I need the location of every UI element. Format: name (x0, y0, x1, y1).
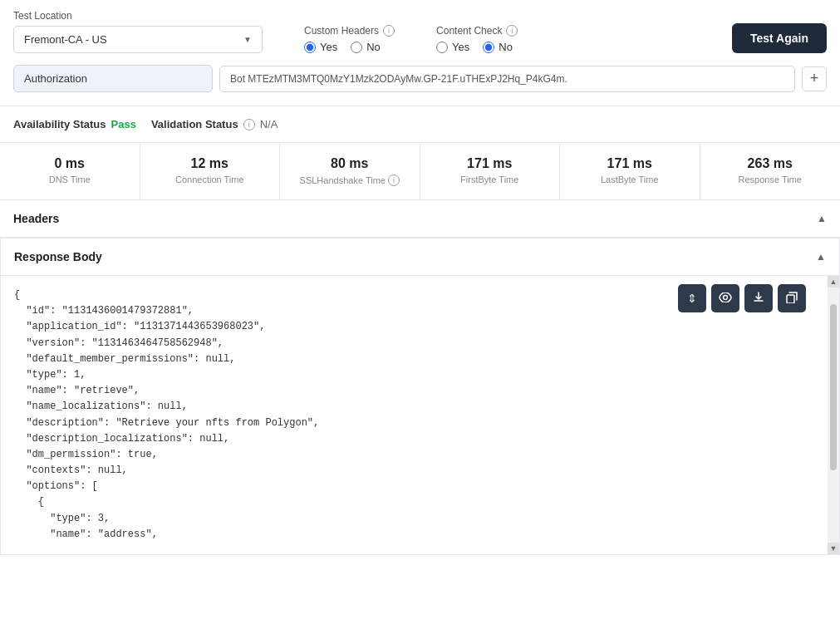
content-check-yes-option[interactable]: Yes (436, 41, 469, 53)
metric-label: LastByte Time (567, 174, 693, 184)
test-location-label: Test Location (13, 10, 263, 22)
metric-value: 80 ms (287, 156, 413, 171)
metric-label: Response Time (707, 174, 834, 184)
code-content: { "id": "1131436001479372881", "applicat… (1, 276, 839, 554)
download-button[interactable] (744, 284, 773, 312)
metric-item: 12 msConnection Time (140, 143, 281, 199)
response-body-content: ⇕ (1, 276, 839, 554)
content-check-no-option[interactable]: No (483, 41, 513, 53)
headers-chevron-icon: ▲ (817, 213, 827, 224)
headers-title: Headers (13, 212, 59, 225)
download-icon (753, 292, 764, 306)
response-body-section: Response Body ▲ ⇕ (0, 238, 840, 555)
metric-label: FirstByte Time (427, 174, 553, 184)
custom-headers-options: Yes No (304, 41, 395, 53)
scroll-up-arrow[interactable]: ▲ (828, 276, 839, 288)
add-header-button[interactable]: + (802, 66, 827, 91)
metric-info-icon[interactable]: i (388, 174, 400, 186)
header-value-input[interactable] (219, 66, 795, 92)
custom-headers-yes-radio[interactable] (304, 42, 316, 53)
metric-value: 171 ms (427, 156, 553, 171)
scrollbar-thumb[interactable] (830, 304, 837, 470)
header-row: + (13, 65, 827, 92)
validation-label: Validation Status (151, 118, 238, 130)
custom-headers-no-option[interactable]: No (351, 41, 381, 53)
custom-headers-yes-option[interactable]: Yes (304, 41, 337, 53)
location-select[interactable]: Fremont-CA - US ▼ (13, 26, 263, 53)
metric-label: DNS Time (7, 174, 133, 184)
content-check-group: Content Check i Yes No (436, 25, 518, 53)
metric-item: 171 msFirstByte Time (420, 143, 561, 199)
location-value: Fremont-CA - US (24, 33, 107, 46)
response-body-tools: ⇕ (678, 284, 806, 312)
metric-item: 80 msSSLHandshake Timei (280, 143, 420, 199)
custom-headers-label: Custom Headers i (304, 25, 395, 37)
custom-headers-no-radio[interactable] (351, 42, 362, 53)
status-bar: Availability Status Pass Validation Stat… (0, 106, 840, 143)
header-key-input[interactable] (13, 65, 213, 92)
content-check-options: Yes No (436, 41, 518, 53)
content-check-info-icon[interactable]: i (506, 25, 518, 37)
copy-icon (786, 292, 798, 306)
response-body-title: Response Body (14, 250, 102, 263)
availability-label: Availability Status (13, 118, 106, 130)
na-badge: N/A (260, 118, 278, 130)
expand-icon: ⇕ (687, 292, 697, 305)
metric-value: 0 ms (7, 156, 133, 171)
expand-button[interactable]: ⇕ (678, 284, 706, 312)
test-location-group: Test Location Fremont-CA - US ▼ (13, 10, 263, 53)
metric-label: Connection Time (147, 174, 273, 184)
custom-headers-group: Custom Headers i Yes No (304, 25, 395, 53)
scrollbar-y[interactable]: ▲ ▼ (828, 276, 839, 554)
content-check-no-radio[interactable] (483, 42, 494, 53)
response-body-header[interactable]: Response Body ▲ (1, 238, 839, 276)
svg-point-0 (724, 296, 728, 300)
metric-item: 0 msDNS Time (0, 143, 140, 199)
custom-headers-info-icon[interactable]: i (383, 25, 395, 37)
preview-button[interactable] (711, 284, 739, 312)
metric-value: 171 ms (567, 156, 693, 171)
chevron-down-icon: ▼ (243, 35, 252, 44)
response-body-chevron-icon: ▲ (816, 251, 826, 263)
metric-value: 12 ms (147, 156, 273, 171)
headers-section-header[interactable]: Headers ▲ (0, 200, 840, 238)
metric-value: 263 ms (707, 156, 834, 171)
eye-icon (719, 292, 732, 305)
pass-badge: Pass (111, 118, 136, 130)
metric-label: SSLHandshake Timei (287, 174, 413, 186)
scroll-down-arrow[interactable]: ▼ (828, 543, 839, 554)
metric-item: 171 msLastByte Time (560, 143, 700, 199)
validation-info-icon[interactable]: i (243, 119, 255, 130)
metrics-row: 0 msDNS Time12 msConnection Time80 msSSL… (0, 143, 840, 200)
copy-button[interactable] (778, 284, 806, 312)
metric-item: 263 msResponse Time (700, 143, 841, 199)
svg-rect-1 (787, 295, 794, 303)
content-check-label: Content Check i (436, 25, 518, 37)
content-check-yes-radio[interactable] (436, 42, 448, 53)
test-again-button[interactable]: Test Again (732, 23, 827, 53)
